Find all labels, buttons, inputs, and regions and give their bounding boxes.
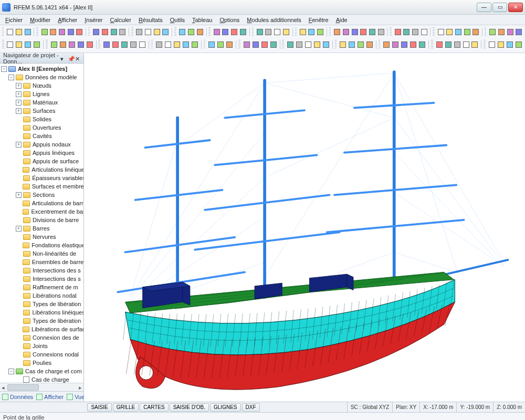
toolbar-button[interactable] [273, 27, 281, 37]
toolbar-button[interactable] [304, 40, 312, 49]
toolbar-handle[interactable] [2, 27, 4, 37]
navigator-tab-afficher[interactable]: Afficher [36, 394, 64, 400]
toolbar-handle[interactable] [329, 27, 331, 37]
tree-row[interactable]: Cavités [1, 132, 83, 140]
menu-modifier[interactable]: Modifier [27, 16, 54, 24]
toolbar-button[interactable] [251, 40, 260, 49]
collapse-icon[interactable]: − [1, 66, 7, 72]
expand-icon[interactable]: + [16, 100, 22, 106]
toolbar-button[interactable] [40, 27, 49, 37]
collapse-icon[interactable]: − [8, 369, 14, 374]
expand-icon[interactable]: + [16, 83, 22, 89]
toolbar-button[interactable] [162, 27, 170, 37]
toolbar-button[interactable] [333, 27, 341, 37]
toolbar-button[interactable] [222, 27, 230, 37]
toggle-cartes[interactable]: CARTES [140, 403, 168, 412]
toolbar-button[interactable] [178, 27, 187, 37]
toolbar-button[interactable] [230, 27, 238, 37]
toolbar-button[interactable] [164, 40, 172, 49]
tree-row[interactable]: Connexion des de [1, 333, 83, 342]
toolbar-button[interactable] [33, 40, 41, 49]
navigator-dropdown-icon[interactable]: ▾ [60, 56, 66, 61]
toolbar-handle[interactable] [204, 40, 206, 49]
toolbar-button[interactable] [15, 40, 23, 49]
toolbar-button[interactable] [444, 40, 453, 49]
tree-row[interactable]: Appuis de surface [1, 157, 83, 165]
tree-row[interactable]: Intersections des s [1, 266, 83, 275]
toolbar-button[interactable] [59, 40, 67, 49]
toolbar-handle[interactable] [36, 27, 38, 37]
toolbar-button[interactable] [506, 40, 514, 49]
toolbar-button[interactable] [24, 40, 32, 49]
menu-fichier[interactable]: Fichier [2, 16, 26, 24]
3d-viewport[interactable] [84, 53, 525, 402]
toolbar-button[interactable] [256, 27, 264, 37]
toolbar-button[interactable] [58, 27, 66, 37]
model-tree[interactable]: −Alex II [Exemples]−Données de modèle+Nœ… [0, 64, 83, 383]
tree-row[interactable]: Épaisseurs variables [1, 174, 83, 182]
toolbar-handle[interactable] [484, 40, 486, 49]
toolbar-button[interactable] [402, 27, 411, 37]
toolbar-handle[interactable] [174, 27, 176, 37]
toolbar-handle[interactable] [46, 40, 48, 49]
tree-row[interactable]: Articulations linéiques [1, 165, 83, 174]
tree-row[interactable]: Excentrement de barre [1, 207, 83, 216]
toolbar-handle[interactable] [131, 27, 133, 37]
toolbar-button[interactable] [216, 40, 225, 49]
toggle-saisie-d-ob-[interactable]: SAISIE D'OB. [170, 403, 209, 412]
toolbar-button[interactable] [462, 40, 470, 49]
toolbar-handle[interactable] [282, 40, 284, 49]
toolbar-button[interactable] [339, 40, 347, 49]
toolbar-button[interactable] [196, 27, 204, 37]
toolbar-button[interactable] [435, 40, 444, 49]
toolbar-button[interactable] [497, 27, 506, 37]
toolbar-button[interactable] [182, 40, 190, 49]
toolbar-button[interactable] [445, 27, 454, 37]
expand-icon[interactable]: + [16, 226, 22, 232]
toolbar-button[interactable] [377, 27, 385, 37]
toolbar-button[interactable] [173, 40, 181, 49]
toggle-dxf[interactable]: DXF [242, 403, 260, 412]
toolbar-button[interactable] [111, 40, 120, 49]
menu-résultats[interactable]: Résultats [135, 16, 166, 24]
toolbar-button[interactable] [77, 40, 85, 49]
toolbar-button[interactable] [243, 40, 251, 49]
tree-row[interactable]: Fondations élastiques [1, 241, 83, 249]
tree-horizontal-scrollbar[interactable]: ◂ ▸ [0, 383, 83, 391]
menu-fenêtre[interactable]: Fenêtre [306, 16, 332, 24]
menu-afficher[interactable]: Afficher [55, 16, 80, 24]
toggle-grille[interactable]: GRILLE [113, 403, 139, 412]
toolbar-button[interactable] [119, 27, 127, 37]
tree-row[interactable]: +Appuis nodaux [1, 140, 83, 149]
tree-row[interactable]: Articulations de barre [1, 199, 83, 207]
toolbar-button[interactable] [342, 27, 350, 37]
toolbar-button[interactable] [351, 27, 359, 37]
toolbar-button[interactable] [463, 27, 471, 37]
toolbar-button[interactable] [155, 40, 163, 49]
toolbar-button[interactable] [260, 40, 269, 49]
menu-tableau[interactable]: Tableau [189, 16, 216, 24]
menu-outils[interactable]: Outils [167, 16, 188, 24]
toolbar-button[interactable] [6, 40, 15, 49]
toolbar-handle[interactable] [431, 40, 433, 49]
toolbar-button[interactable] [239, 27, 247, 37]
toolbar-button[interactable] [488, 27, 497, 37]
tree-row[interactable]: Appuis linéiques [1, 149, 83, 157]
toolbar-button[interactable] [6, 27, 14, 37]
toolbar-handle[interactable] [151, 40, 153, 49]
collapse-icon[interactable]: − [8, 75, 14, 80]
toolbar-handle[interactable] [2, 40, 4, 49]
toolbar-button[interactable] [471, 27, 480, 37]
toolbar-button[interactable] [308, 27, 316, 37]
toolbar-button[interactable] [213, 27, 221, 37]
toolbar-button[interactable] [153, 27, 161, 37]
toolbar-button[interactable] [68, 40, 76, 49]
tree-row[interactable]: Ouvertures [1, 123, 83, 132]
tree-row[interactable]: Surfaces et membres [1, 182, 83, 191]
window-close-button[interactable]: ✕ [508, 3, 523, 12]
tree-row[interactable]: Nervures [1, 233, 83, 241]
menu-calculer[interactable]: Calculer [107, 16, 134, 24]
toolbar-button[interactable] [129, 40, 138, 49]
toolbar-button[interactable] [299, 27, 307, 37]
toolbar-handle[interactable] [238, 40, 240, 49]
